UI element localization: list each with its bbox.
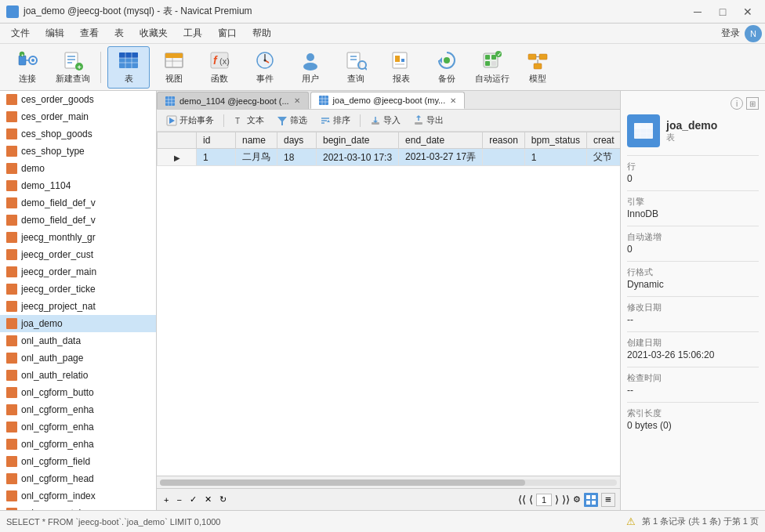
toolbar-user[interactable]: 用户 xyxy=(289,46,332,89)
toolbar-report[interactable]: 报表 xyxy=(380,46,422,89)
sidebar-item-onl_cgform_index[interactable]: onl_cgform_index xyxy=(0,487,156,505)
svg-line-34 xyxy=(365,68,368,71)
col-header-id[interactable]: id xyxy=(197,132,236,149)
sidebar-item-onl_cgform_enha3[interactable]: onl_cgform_enha xyxy=(0,436,156,453)
col-header-begin_date[interactable]: begin_date xyxy=(317,132,399,149)
col-header-days[interactable]: days xyxy=(277,132,317,149)
col-header-name[interactable]: name xyxy=(236,132,277,149)
rp-divider-6 xyxy=(627,331,759,332)
list-view-btn[interactable]: ≡ xyxy=(601,493,615,507)
last-page-btn[interactable]: ⟩⟩ xyxy=(562,494,570,505)
sidebar-item-label: jeecg_order_ticke xyxy=(21,284,96,295)
filter-btn[interactable]: 筛选 xyxy=(272,113,312,128)
next-page-btn[interactable]: ⟩ xyxy=(555,494,559,505)
sidebar-item-demo_field_def_v2[interactable]: demo_field_def_v xyxy=(0,212,156,229)
toolbar-new-query[interactable]: + 新建查询 xyxy=(52,46,94,89)
close-button[interactable]: ✕ xyxy=(737,3,759,20)
toolbar-autorun[interactable]: ✓ 自动运行 xyxy=(471,46,513,89)
settings-btn[interactable]: ⚙ xyxy=(573,494,581,505)
sidebar-item-onl_cgform_field[interactable]: onl_cgform_field xyxy=(0,453,156,470)
sidebar-item-jeecg_monthly_gr[interactable]: jeecg_monthly_gr xyxy=(0,229,156,246)
col-header-bpm_status[interactable]: bpm_status xyxy=(524,132,586,149)
grid-view-btn[interactable] xyxy=(584,493,598,507)
refresh-btn[interactable]: ↻ xyxy=(217,494,229,505)
tab-close-btn[interactable]: ✕ xyxy=(294,96,300,105)
toolbar-table[interactable]: 表 xyxy=(107,46,150,89)
horizontal-scrollbar[interactable] xyxy=(157,476,620,488)
cell-begin_date[interactable]: 2021-03-10 17:3 xyxy=(317,149,399,166)
menu-window[interactable]: 窗口 xyxy=(210,24,245,42)
menu-favorites[interactable]: 收藏夹 xyxy=(132,24,176,42)
sidebar-item-demo_1104[interactable]: demo_1104 xyxy=(0,177,156,194)
sidebar-item-onl_cgform_enha2[interactable]: onl_cgform_enha xyxy=(0,418,156,436)
tab-demo_1104[interactable]: demo_1104 @jeecg-boot (... ✕ xyxy=(157,92,309,109)
toolbar-function[interactable]: f (x) 函数 xyxy=(198,46,241,89)
sidebar-item-ces_shop_type[interactable]: ces_shop_type xyxy=(0,143,156,160)
sidebar-item-jeecg_order_main[interactable]: jeecg_order_main xyxy=(0,263,156,280)
sidebar-item-onl_auth_page[interactable]: onl_auth_page xyxy=(0,349,156,367)
menu-table[interactable]: 表 xyxy=(107,24,132,42)
text-btn[interactable]: T 文本 xyxy=(229,113,269,128)
sidebar-item-ces_shop_goods[interactable]: ces_shop_goods xyxy=(0,125,156,143)
table-row[interactable]: ▶ 1 二月鸟 18 2021-03-10 17:3 2021-03-27 17… xyxy=(158,149,621,166)
export-btn[interactable]: 导出 xyxy=(408,113,448,128)
sidebar-item-joa_demo[interactable]: joa_demo xyxy=(0,315,156,332)
sidebar-item-demo[interactable]: demo xyxy=(0,160,156,177)
add-row-btn[interactable]: + xyxy=(161,495,171,505)
toolbar-backup[interactable]: 备份 xyxy=(426,46,468,89)
sidebar-item-onl_cgform_head[interactable]: onl_cgform_head xyxy=(0,470,156,487)
cell-days[interactable]: 18 xyxy=(277,149,317,166)
sidebar-item-jeecg_project_na[interactable]: jeecg_project_nat xyxy=(0,298,156,315)
toolbar-connect[interactable]: + 连接 xyxy=(6,46,49,89)
menu-view[interactable]: 查看 xyxy=(72,24,107,42)
login-button[interactable]: 登录 xyxy=(721,27,740,40)
hscroll-track[interactable] xyxy=(160,480,617,486)
info-icon[interactable]: i xyxy=(731,97,743,110)
rp-label-engine: 引擎 xyxy=(627,196,759,208)
sidebar-item-onl_auth_data[interactable]: onl_auth_data xyxy=(0,332,156,349)
start-transaction-btn[interactable]: 开始事务 xyxy=(161,113,219,128)
menu-file[interactable]: 文件 xyxy=(3,24,38,42)
sidebar-item-ces_order_goods[interactable]: ces_order_goods xyxy=(0,91,156,108)
col-header-creat[interactable]: creat xyxy=(586,132,620,149)
menu-help[interactable]: 帮助 xyxy=(245,24,279,42)
sidebar-item-label: demo_field_def_v xyxy=(21,215,96,226)
toolbar-view[interactable]: 视图 xyxy=(153,46,195,89)
tab-joa_demo[interactable]: joa_demo @jeecg-boot (my... ✕ xyxy=(310,92,466,109)
col-header-end_date[interactable]: end_date xyxy=(399,132,483,149)
cell-name[interactable]: 二月鸟 xyxy=(236,149,277,166)
cell-id[interactable]: 1 xyxy=(197,149,236,166)
page-number[interactable]: 1 xyxy=(536,494,552,506)
table-db-icon xyxy=(6,284,17,295)
prev-page-btn[interactable]: ⟨ xyxy=(529,494,533,505)
sidebar-item-onl_cgform_enha1[interactable]: onl_cgform_enha xyxy=(0,401,156,418)
close-btn[interactable]: ✕ xyxy=(202,494,214,505)
sidebar-item-jeecg_order_tick[interactable]: jeecg_order_ticke xyxy=(0,280,156,298)
cell-creat[interactable]: 父节 xyxy=(586,149,620,166)
sidebar-item-onl_cgreport_hea[interactable]: onl_cgreport_hea xyxy=(0,505,156,510)
sidebar-item-onl_cgform_butto[interactable]: onl_cgform_butto xyxy=(0,384,156,401)
cell-bpm_status[interactable]: 1 xyxy=(524,149,586,166)
grid-icon[interactable]: ⊞ xyxy=(746,97,759,110)
maximize-button[interactable]: □ xyxy=(712,3,734,20)
sidebar-item-demo_field_def_v1[interactable]: demo_field_def_v xyxy=(0,194,156,212)
toolbar-model[interactable]: 模型 xyxy=(517,46,559,89)
check-btn[interactable]: ✓ xyxy=(187,494,199,505)
cell-end_date[interactable]: 2021-03-27 17弄 xyxy=(399,149,483,166)
first-page-btn[interactable]: ⟨⟨ xyxy=(518,494,526,505)
minimize-button[interactable]: ─ xyxy=(687,3,709,20)
delete-row-btn[interactable]: − xyxy=(174,495,183,505)
tab-close-btn-active[interactable]: ✕ xyxy=(450,96,456,105)
menu-tools[interactable]: 工具 xyxy=(176,24,210,42)
sidebar-item-ces_order_main[interactable]: ces_order_main xyxy=(0,108,156,125)
sidebar-item-onl_auth_relatio[interactable]: onl_auth_relatio xyxy=(0,367,156,384)
hscroll-thumb[interactable] xyxy=(160,480,525,486)
menu-edit[interactable]: 编辑 xyxy=(38,24,72,42)
cell-reason[interactable] xyxy=(483,149,525,166)
sidebar-item-jeecg_order_cust[interactable]: jeecg_order_cust xyxy=(0,246,156,263)
import-btn[interactable]: 导入 xyxy=(365,113,405,128)
sort-btn[interactable]: 排序 xyxy=(315,113,355,128)
col-header-reason[interactable]: reason xyxy=(483,132,525,149)
toolbar-query[interactable]: 查询 xyxy=(335,46,377,89)
toolbar-event[interactable]: 事件 xyxy=(244,46,286,89)
